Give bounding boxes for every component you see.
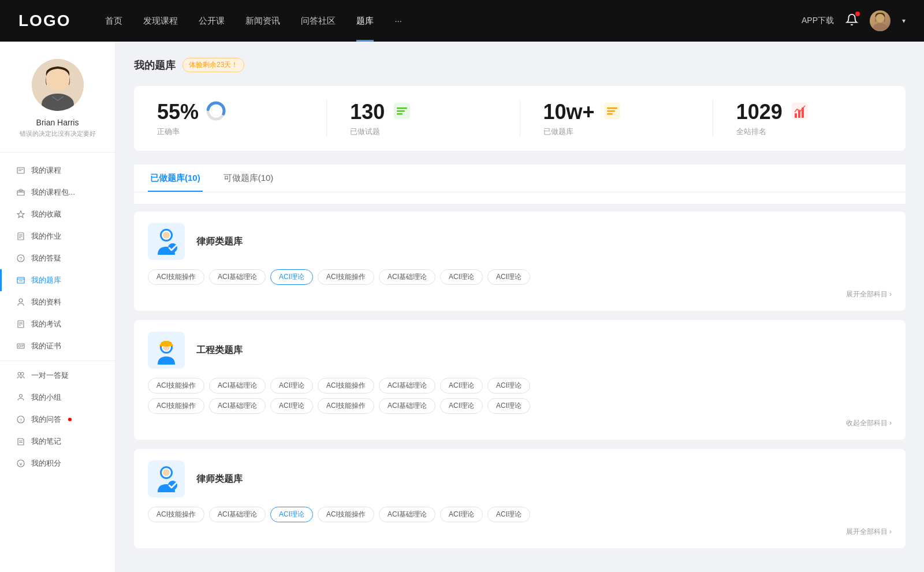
tag-eng-r2-6[interactable]: ACI理论 (487, 398, 530, 414)
svg-rect-43 (397, 107, 407, 109)
svg-point-31 (21, 373, 24, 376)
qbank-card-lawyer-2: 律师类题库 ACI技能操作 ACI基础理论 ACI理论 ACI技能操作 ACI基… (134, 449, 906, 548)
qbank-icon (16, 276, 25, 285)
qbank-avatar-lawyer (148, 223, 185, 260)
nav-qa[interactable]: 问答社区 (301, 16, 336, 27)
page-title: 我的题库 (134, 58, 176, 72)
svg-rect-45 (397, 113, 403, 115)
sidebar-item-my-favorites[interactable]: 我的收藏 (0, 203, 115, 225)
collapse-engineer[interactable]: 收起全部科目 › (846, 418, 892, 428)
list-yellow-icon (602, 101, 623, 124)
tag-eng-r2-2[interactable]: ACI理论 (270, 398, 313, 414)
tag-lawyer2-5[interactable]: ACI理论 (440, 507, 483, 522)
sidebar-item-my-qbank[interactable]: 我的题库 (0, 269, 115, 291)
sidebar-item-my-points[interactable]: ¥ 我的积分 (0, 452, 115, 474)
tag-lawyer1-2[interactable]: ACI理论 (270, 269, 313, 285)
tag-lawyer1-4[interactable]: ACI基础理论 (379, 269, 435, 285)
expand-lawyer-1[interactable]: 展开全部科目 › (846, 289, 892, 299)
nav-open-course[interactable]: 公开课 (199, 16, 225, 27)
tag-lawyer2-4[interactable]: ACI基础理论 (379, 507, 435, 522)
tag-eng-r2-5[interactable]: ACI理论 (440, 398, 483, 414)
tag-lawyer2-2[interactable]: ACI理论 (270, 507, 313, 522)
sidebar-label-points: 我的积分 (31, 458, 61, 469)
sidebar-label-my-course: 我的课程 (31, 165, 61, 176)
tag-lawyer2-3[interactable]: ACI技能操作 (318, 507, 374, 522)
svg-point-30 (18, 373, 21, 376)
qbank-title-engineer: 工程类题库 (196, 344, 243, 356)
nav-qbank[interactable]: 题库 (356, 16, 374, 27)
tag-lawyer2-6[interactable]: ACI理论 (487, 507, 530, 522)
stat-site-rank-value: 1029 (736, 100, 783, 124)
tag-lawyer1-3[interactable]: ACI技能操作 (318, 269, 374, 285)
tab-available[interactable]: 可做题库(10) (221, 165, 276, 192)
nav-discover[interactable]: 发现课程 (143, 16, 178, 27)
app-download-button[interactable]: APP下载 (802, 16, 834, 26)
sidebar-profile: Brian Harris 错误的决定比没有决定要好 (0, 59, 115, 153)
tag-lawyer1-5[interactable]: ACI理论 (440, 269, 483, 285)
tag-eng-r2-4[interactable]: ACI基础理论 (379, 398, 435, 414)
nav-news[interactable]: 新闻资讯 (245, 16, 280, 27)
profile-name: Brian Harris (36, 118, 79, 127)
questions-badge (68, 418, 72, 421)
stat-accuracy-label: 正确率 (157, 127, 180, 137)
sidebar-item-my-notes[interactable]: 我的笔记 (0, 430, 115, 452)
tag-lawyer1-6[interactable]: ACI理论 (487, 269, 530, 285)
svg-text:¥: ¥ (19, 462, 23, 467)
tag-eng-r2-0[interactable]: ACI技能操作 (148, 398, 204, 414)
sidebar-item-my-homework[interactable]: 我的作业 (0, 225, 115, 247)
avatar[interactable] (870, 10, 891, 31)
qbank-card-lawyer-1: 律师类题库 ACI技能操作 ACI基础理论 ACI理论 ACI技能操作 ACI基… (134, 211, 906, 311)
stat-done-banks: 10w+ 已做题库 (520, 100, 713, 137)
svg-rect-44 (397, 110, 405, 112)
sidebar-item-my-course[interactable]: 我的课程 (0, 159, 115, 181)
nav-home[interactable]: 首页 (105, 16, 122, 27)
tag-eng-1[interactable]: ACI基础理论 (209, 378, 266, 393)
sidebar-item-my-qa[interactable]: ? 我的答疑 (0, 247, 115, 269)
svg-marker-11 (17, 211, 24, 218)
stat-accuracy: 55% 正确率 (134, 100, 327, 137)
qbank-tags-engineer-row1: ACI技能操作 ACI基础理论 ACI理论 ACI技能操作 ACI基础理论 AC… (148, 378, 892, 393)
svg-text:?: ? (20, 418, 23, 423)
svg-point-27 (18, 345, 21, 347)
nav-more[interactable]: ··· (394, 16, 402, 27)
qbank-footer-lawyer-2: 展开全部科目 › (148, 527, 892, 537)
tag-lawyer1-0[interactable]: ACI技能操作 (148, 269, 204, 285)
qbank-title-lawyer-1: 律师类题库 (196, 236, 243, 248)
sidebar-item-my-questions[interactable]: ? 我的问答 (0, 408, 115, 430)
svg-rect-18 (17, 277, 24, 283)
tag-lawyer2-0[interactable]: ACI技能操作 (148, 507, 204, 522)
user-menu-chevron[interactable]: ▾ (902, 17, 906, 25)
tag-lawyer2-1[interactable]: ACI基础理论 (209, 507, 266, 522)
tag-eng-0[interactable]: ACI技能操作 (148, 378, 204, 393)
qbank-footer-engineer: 收起全部科目 › (148, 418, 892, 428)
qbank-title-lawyer-2: 律师类题库 (196, 473, 243, 485)
stat-site-rank: 1029 全站排名 (713, 100, 906, 137)
tag-lawyer1-1[interactable]: ACI基础理论 (209, 269, 266, 285)
sidebar-item-one-on-one[interactable]: 一对一答疑 (0, 365, 115, 387)
qbank-header-engineer: 工程类题库 (148, 332, 892, 369)
stat-done-banks-value: 10w+ (543, 100, 595, 124)
nav-right: APP下载 ▾ (802, 10, 906, 31)
sidebar-label-notes: 我的笔记 (31, 436, 61, 447)
tag-eng-r2-1[interactable]: ACI基础理论 (209, 398, 266, 414)
tag-eng-6[interactable]: ACI理论 (487, 378, 530, 393)
tag-eng-5[interactable]: ACI理论 (440, 378, 483, 393)
sidebar-item-my-package[interactable]: 我的课程包... (0, 181, 115, 203)
sidebar-item-my-cert[interactable]: 我的证书 (0, 335, 115, 357)
avatar-image (870, 10, 891, 31)
sidebar-item-my-exam[interactable]: 我的考试 (0, 313, 115, 335)
tag-eng-2[interactable]: ACI理论 (270, 378, 313, 393)
notification-bell[interactable] (845, 13, 858, 28)
expand-lawyer-2[interactable]: 展开全部科目 › (846, 527, 892, 537)
sidebar-item-my-info[interactable]: 我的资料 (0, 291, 115, 313)
chart-red-icon (789, 101, 810, 124)
tag-eng-r2-3[interactable]: ACI技能操作 (318, 398, 374, 414)
tag-eng-3[interactable]: ACI技能操作 (318, 378, 374, 393)
svg-rect-52 (798, 110, 800, 118)
sidebar-item-my-group[interactable]: 我的小组 (0, 387, 115, 408)
tag-eng-4[interactable]: ACI基础理论 (379, 378, 435, 393)
stats-row: 55% 正确率 130 (134, 86, 906, 151)
svg-point-32 (20, 395, 23, 398)
sidebar-label-group: 我的小组 (31, 392, 61, 403)
tab-done[interactable]: 已做题库(10) (148, 165, 203, 192)
